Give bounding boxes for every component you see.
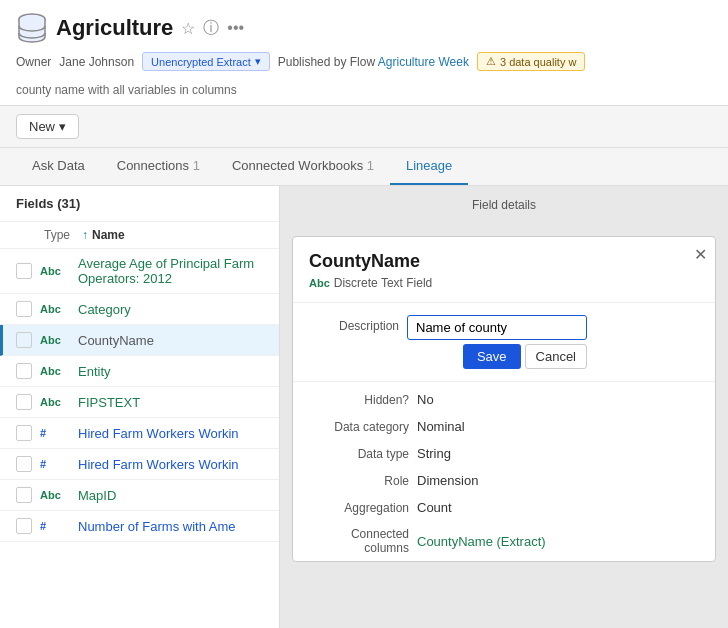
type-badge: Abc: [40, 396, 70, 408]
aggregation-label: Aggregation: [309, 501, 409, 515]
type-badge: Abc: [40, 365, 70, 377]
type-badge: #: [40, 520, 70, 532]
table-row[interactable]: # Hired Farm Workers Workin: [0, 449, 279, 480]
table-row[interactable]: # Number of Farms with Ame: [0, 511, 279, 542]
extract-badge[interactable]: Unencrypted Extract ▾: [142, 52, 270, 71]
cancel-button[interactable]: Cancel: [525, 344, 587, 369]
extract-label: Unencrypted Extract: [151, 56, 251, 68]
owner-label: Owner: [16, 55, 51, 69]
data-type-label: Data type: [309, 447, 409, 461]
description-label: Description: [309, 315, 399, 333]
col-type-header: Type: [44, 228, 74, 242]
hidden-row: Hidden? No: [293, 386, 715, 413]
table-row[interactable]: Abc Average Age of Principal Farm Operat…: [0, 249, 279, 294]
tab-connected-workbooks[interactable]: Connected Workbooks 1: [216, 148, 390, 185]
field-name: Hired Farm Workers Workin: [78, 457, 263, 472]
meta-row: Owner Jane Johnson Unencrypted Extract ▾…: [16, 52, 712, 71]
row-checkbox[interactable]: [16, 332, 32, 348]
app-container: Agriculture ☆ ⓘ ••• Owner Jane Johnson U…: [0, 0, 728, 628]
more-icon[interactable]: •••: [227, 19, 244, 37]
type-badge: Abc: [40, 265, 70, 277]
info-icon[interactable]: ⓘ: [203, 18, 219, 39]
type-badge: Abc: [40, 334, 70, 346]
type-badge: #: [40, 427, 70, 439]
role-row: Role Dimension: [293, 467, 715, 494]
connected-columns-value: CountyName (Extract): [417, 534, 546, 549]
warning-badge: ⚠ 3 data quality w: [477, 52, 585, 71]
hidden-label: Hidden?: [309, 393, 409, 407]
type-badge: Abc: [40, 489, 70, 501]
row-checkbox[interactable]: [16, 487, 32, 503]
table-row[interactable]: Abc CountyName: [0, 325, 279, 356]
field-type-text: Discrete Text Field: [334, 276, 432, 290]
col-check-header: [16, 228, 36, 242]
field-name: MapID: [78, 488, 263, 503]
card-title: CountyName: [309, 251, 699, 272]
table-row[interactable]: Abc Entity: [0, 356, 279, 387]
star-icon[interactable]: ☆: [181, 19, 195, 38]
new-label: New: [29, 119, 55, 134]
new-button[interactable]: New ▾: [16, 114, 79, 139]
close-button[interactable]: ✕: [694, 245, 707, 264]
tab-lineage[interactable]: Lineage: [390, 148, 468, 185]
row-checkbox[interactable]: [16, 363, 32, 379]
hidden-value: No: [417, 392, 434, 407]
description-row: Description Save Cancel: [293, 307, 715, 377]
row-checkbox[interactable]: [16, 301, 32, 317]
tab-connections[interactable]: Connections 1: [101, 148, 216, 185]
warning-icon: ⚠: [486, 55, 496, 68]
table-row[interactable]: # Hired Farm Workers Workin: [0, 418, 279, 449]
field-detail-card: ✕ CountyName Abc Discrete Text Field Des…: [292, 236, 716, 562]
connected-columns-row: Connected columns CountyName (Extract): [293, 521, 715, 561]
row-checkbox[interactable]: [16, 518, 32, 534]
type-badge: Abc: [40, 303, 70, 315]
flow-link[interactable]: Agriculture Week: [378, 55, 469, 69]
data-type-row: Data type String: [293, 440, 715, 467]
fields-panel: Fields (31) Type ↑ Name Abc Average Age …: [0, 186, 280, 628]
content-area: Fields (31) Type ↑ Name Abc Average Age …: [0, 186, 728, 628]
tab-ask-data[interactable]: Ask Data: [16, 148, 101, 185]
data-category-value: Nominal: [417, 419, 465, 434]
description-input-area: Save Cancel: [407, 315, 699, 369]
data-category-label: Data category: [309, 420, 409, 434]
field-name: FIPSTEXT: [78, 395, 263, 410]
table-row[interactable]: Abc FIPSTEXT: [0, 387, 279, 418]
published-by: Published by Flow Agriculture Week: [278, 55, 469, 69]
table-row[interactable]: Abc MapID: [0, 480, 279, 511]
type-badge: #: [40, 458, 70, 470]
connected-columns-label: Connected columns: [309, 527, 409, 555]
field-name: CountyName: [78, 333, 263, 348]
table-row[interactable]: Abc Category: [0, 294, 279, 325]
data-category-row: Data category Nominal: [293, 413, 715, 440]
page-title: Agriculture: [56, 15, 173, 41]
field-name: Average Age of Principal Farm Operators:…: [78, 256, 263, 286]
row-checkbox[interactable]: [16, 425, 32, 441]
warning-text: 3 data quality w: [500, 56, 576, 68]
data-type-value: String: [417, 446, 451, 461]
field-name: Number of Farms with Ame: [78, 519, 263, 534]
card-header: CountyName Abc Discrete Text Field: [293, 237, 715, 298]
field-name: Entity: [78, 364, 263, 379]
extract-arrow-icon: ▾: [255, 55, 261, 68]
card-subtitle: Abc Discrete Text Field: [309, 276, 699, 290]
title-icons: ☆ ⓘ •••: [181, 18, 244, 39]
description-buttons: Save Cancel: [407, 344, 587, 369]
aggregation-value: Count: [417, 500, 452, 515]
row-checkbox[interactable]: [16, 263, 32, 279]
fields-table-header: Type ↑ Name: [0, 222, 279, 249]
save-button[interactable]: Save: [463, 344, 521, 369]
role-label: Role: [309, 474, 409, 488]
row-checkbox[interactable]: [16, 456, 32, 472]
database-icon: [16, 10, 48, 46]
field-type-badge: Abc: [309, 277, 330, 289]
title-row: Agriculture ☆ ⓘ •••: [16, 10, 712, 46]
row-checkbox[interactable]: [16, 394, 32, 410]
role-value: Dimension: [417, 473, 478, 488]
top-header: Agriculture ☆ ⓘ ••• Owner Jane Johnson U…: [0, 0, 728, 106]
sort-arrow-icon: ↑: [82, 228, 88, 242]
description-input[interactable]: [407, 315, 587, 340]
field-name: Category: [78, 302, 263, 317]
field-details-label: Field details: [280, 186, 728, 224]
new-dropdown-icon: ▾: [59, 119, 66, 134]
toolbar-row: New ▾: [0, 106, 728, 148]
